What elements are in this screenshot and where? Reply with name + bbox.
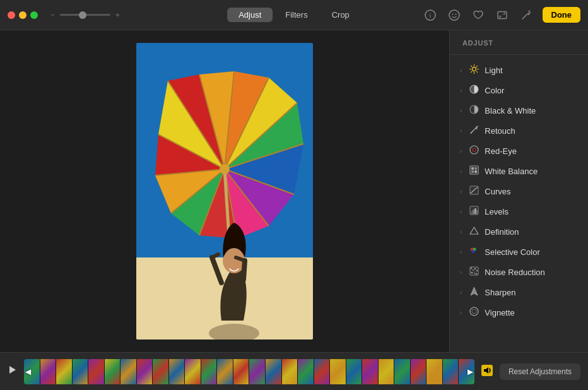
filmstrip-frames bbox=[24, 359, 474, 384]
adjust-label-redeye: Red-Eye bbox=[485, 146, 517, 156]
main-content: ADJUST › bbox=[0, 30, 588, 352]
filmstrip[interactable]: ◀ ▶ bbox=[24, 359, 474, 384]
minimize-button[interactable] bbox=[19, 11, 26, 19]
svg-rect-47 bbox=[474, 170, 477, 173]
zoom-out-icon: － bbox=[49, 10, 56, 20]
adjust-label-bw: Black & White bbox=[485, 106, 536, 115]
levels-icon bbox=[468, 206, 479, 217]
svg-rect-50 bbox=[471, 211, 473, 214]
adjust-label-curves: Curves bbox=[485, 187, 510, 196]
svg-line-9 bbox=[529, 11, 530, 12]
svg-rect-44 bbox=[471, 167, 474, 170]
svg-point-65 bbox=[470, 307, 478, 316]
svg-text:i: i bbox=[429, 12, 431, 19]
retouch-icon bbox=[468, 125, 479, 136]
svg-line-37 bbox=[471, 71, 471, 72]
svg-rect-45 bbox=[474, 167, 477, 170]
titlebar: － ＋ Adjust Filters Crop i bbox=[0, 0, 588, 30]
svg-point-26 bbox=[220, 164, 230, 174]
svg-line-6 bbox=[522, 14, 527, 19]
chevron-icon-light: › bbox=[460, 67, 462, 74]
tab-filters[interactable]: Filters bbox=[274, 8, 319, 22]
definition-icon bbox=[468, 226, 479, 237]
chevron-icon-curves: › bbox=[460, 188, 462, 195]
adjust-label-definition: Definition bbox=[485, 227, 519, 237]
adjust-item-noisereduction[interactable]: › Noise Reduction bbox=[450, 262, 588, 282]
svg-rect-64 bbox=[476, 273, 477, 275]
adjust-label-whitebalance: White Balance bbox=[485, 167, 538, 176]
adjust-item-color[interactable]: › Color bbox=[450, 80, 588, 100]
tab-adjust[interactable]: Adjust bbox=[227, 8, 273, 22]
magic-wand-button[interactable] bbox=[519, 8, 534, 23]
chevron-icon-levels: › bbox=[460, 208, 462, 215]
slider-thumb[interactable] bbox=[79, 11, 86, 19]
whitebalance-icon bbox=[468, 165, 479, 177]
adjust-label-noisereduction: Noise Reduction bbox=[485, 268, 544, 277]
adjust-item-whitebalance[interactable]: › White Balance bbox=[450, 161, 588, 181]
chevron-icon-sharpen: › bbox=[460, 289, 462, 296]
adjust-label-selectivecolor: Selective Color bbox=[485, 247, 539, 257]
svg-line-35 bbox=[476, 71, 477, 72]
zoom-slider[interactable]: － ＋ bbox=[49, 10, 121, 20]
play-button[interactable] bbox=[8, 365, 18, 378]
adjust-label-vignette: Vignette bbox=[485, 308, 514, 317]
chevron-icon-color: › bbox=[460, 87, 462, 94]
heart-button[interactable] bbox=[471, 8, 486, 23]
chevron-icon-retouch: › bbox=[460, 127, 462, 134]
reset-adjustments-button[interactable]: Reset Adjustments bbox=[500, 363, 580, 380]
chevron-icon-whitebalance: › bbox=[460, 168, 462, 175]
chevron-icon-definition: › bbox=[460, 228, 462, 235]
maximize-button[interactable] bbox=[30, 11, 38, 19]
adjust-item-vignette[interactable]: › Vignette bbox=[450, 302, 588, 322]
svg-rect-58 bbox=[471, 268, 472, 269]
vignette-icon bbox=[468, 307, 479, 318]
svg-rect-52 bbox=[474, 208, 476, 214]
curves-icon bbox=[468, 186, 479, 197]
svg-rect-61 bbox=[476, 270, 478, 271]
adjust-item-bw[interactable]: › Black & White bbox=[450, 100, 588, 121]
aspect-ratio-button[interactable] bbox=[495, 8, 510, 23]
bottom-bar: ◀ ▶ Reset Adjustments bbox=[0, 352, 588, 390]
light-icon bbox=[468, 64, 479, 76]
adjust-label-retouch: Retouch bbox=[485, 126, 515, 136]
adjust-label-levels: Levels bbox=[485, 207, 509, 216]
info-button[interactable]: i bbox=[423, 8, 438, 23]
svg-point-2 bbox=[449, 10, 459, 20]
chevron-icon-vignette: › bbox=[460, 309, 462, 316]
svg-point-56 bbox=[471, 250, 474, 253]
done-button[interactable]: Done bbox=[543, 7, 581, 23]
photo-container bbox=[136, 43, 313, 340]
svg-line-8 bbox=[529, 13, 531, 13]
color-icon bbox=[468, 85, 479, 96]
traffic-lights bbox=[8, 11, 38, 19]
slider-track[interactable] bbox=[60, 14, 110, 16]
adjust-item-sharpen[interactable]: › Sharpen bbox=[450, 282, 588, 302]
tab-crop[interactable]: Crop bbox=[320, 8, 361, 22]
adjust-item-curves[interactable]: › Curves bbox=[450, 181, 588, 201]
adjust-label-light: Light bbox=[485, 66, 502, 75]
chevron-icon-noisereduction: › bbox=[460, 269, 462, 276]
adjust-item-selectivecolor[interactable]: › Selective Color bbox=[450, 242, 588, 262]
adjust-item-light[interactable]: › Light bbox=[450, 60, 588, 80]
svg-line-34 bbox=[471, 66, 471, 66]
bw-icon bbox=[468, 105, 479, 116]
svg-rect-43 bbox=[470, 166, 478, 174]
volume-button[interactable] bbox=[481, 364, 493, 379]
svg-point-29 bbox=[472, 68, 476, 71]
svg-rect-60 bbox=[474, 268, 476, 269]
adjust-item-retouch[interactable]: › Retouch bbox=[450, 121, 588, 141]
chevron-icon-bw: › bbox=[460, 107, 462, 114]
adjust-item-redeye[interactable]: › Red-Eye bbox=[450, 141, 588, 161]
svg-rect-51 bbox=[473, 210, 474, 214]
adjust-item-definition[interactable]: › Definition bbox=[450, 222, 588, 242]
selectivecolor-icon bbox=[468, 246, 479, 257]
photo-area bbox=[0, 30, 449, 352]
panel-divider bbox=[450, 54, 588, 55]
emoji-button[interactable] bbox=[447, 8, 462, 23]
close-button[interactable] bbox=[8, 11, 15, 19]
adjust-label-color: Color bbox=[485, 86, 504, 95]
adjust-item-levels[interactable]: › Levels bbox=[450, 201, 588, 222]
svg-rect-59 bbox=[473, 269, 474, 271]
adjust-list: › Light › bbox=[450, 57, 588, 352]
noisereduction-icon bbox=[468, 266, 479, 278]
